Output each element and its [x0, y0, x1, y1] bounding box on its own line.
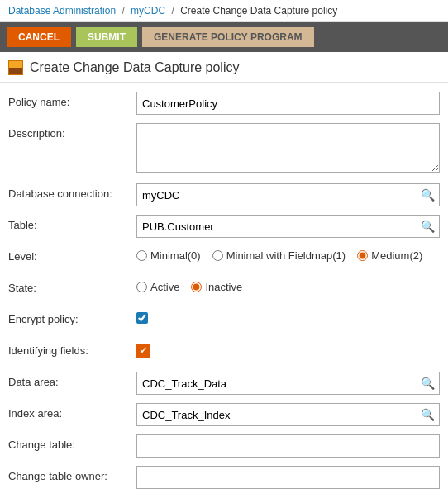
encrypt-row: Encrypt policy: [8, 309, 440, 332]
breadcrumb-current: Create Change Data Capture policy [180, 5, 337, 17]
index-area-label: Index area: [8, 403, 136, 420]
description-input[interactable] [136, 123, 440, 173]
submit-button[interactable]: SUBMIT [76, 27, 137, 47]
table-wrap: 🔍 [136, 215, 440, 238]
state-active[interactable]: Active [136, 281, 179, 293]
data-area-label: Data area: [8, 372, 136, 388]
page-title: Create Change Data Capture policy [30, 60, 239, 75]
change-table-owner-label: Change table owner: [8, 466, 136, 482]
index-area-row: Index area: 🔍 [8, 403, 440, 426]
level-label: Level: [8, 246, 136, 263]
level-medium2-radio[interactable] [357, 250, 368, 261]
breadcrumb-db-admin[interactable]: Database Administration [8, 5, 116, 17]
table-input[interactable] [136, 215, 440, 238]
page-title-bar: Create Change Data Capture policy [0, 52, 448, 83]
level-minimal-fm1[interactable]: Minimal with Fieldmap(1) [212, 249, 346, 262]
identifying-row: Identifying fields: [8, 340, 440, 363]
change-table-row: Change table: [8, 434, 440, 458]
breadcrumb-mycdc[interactable]: myCDC [131, 5, 165, 17]
identifying-checkbox-orange[interactable] [136, 344, 150, 358]
state-inactive[interactable]: Inactive [191, 281, 242, 293]
db-connection-label: Database connection: [8, 183, 136, 200]
level-minimal-fm1-radio[interactable] [212, 250, 223, 261]
policy-name-label: Policy name: [8, 92, 136, 108]
level-minimal0[interactable]: Minimal(0) [136, 249, 201, 262]
state-inactive-radio[interactable] [191, 282, 202, 292]
form-container: Policy name: Description: Database conne… [0, 83, 448, 498]
toolbar: CANCEL SUBMIT GENERATE POLICY PROGRAM [0, 22, 448, 52]
change-table-input[interactable] [136, 434, 440, 458]
change-table-label: Change table: [8, 434, 136, 451]
index-area-search-icon[interactable]: 🔍 [421, 408, 435, 421]
db-connection-search-icon[interactable]: 🔍 [421, 188, 435, 202]
state-row: State: Active Inactive [8, 277, 440, 301]
data-area-search-icon[interactable]: 🔍 [421, 377, 435, 390]
policy-name-row: Policy name: [8, 92, 440, 115]
db-connection-wrap: 🔍 [136, 183, 440, 206]
table-row: Table: 🔍 [8, 215, 440, 238]
level-medium2[interactable]: Medium(2) [357, 249, 422, 262]
state-radio-group: Active Inactive [136, 277, 440, 293]
change-table-owner-row: Change table owner: [8, 466, 440, 489]
table-label: Table: [8, 215, 136, 231]
level-row: Level: Minimal(0) Minimal with Fieldmap(… [8, 246, 440, 269]
page-title-icon [8, 60, 23, 75]
encrypt-checkbox[interactable] [136, 312, 148, 324]
state-label: State: [8, 277, 136, 294]
encrypt-label: Encrypt policy: [8, 309, 136, 325]
index-area-wrap: 🔍 [136, 403, 440, 426]
db-connection-row: Database connection: 🔍 [8, 183, 440, 206]
level-radio-group: Minimal(0) Minimal with Fieldmap(1) Medi… [136, 246, 440, 262]
table-search-icon[interactable]: 🔍 [421, 220, 435, 233]
encrypt-checkbox-wrap[interactable] [136, 309, 440, 324]
index-area-input[interactable] [136, 403, 440, 426]
description-label: Description: [8, 123, 136, 140]
state-active-radio[interactable] [136, 282, 147, 292]
level-minimal0-radio[interactable] [136, 250, 147, 261]
description-row: Description: [8, 123, 440, 175]
cancel-button[interactable]: CANCEL [7, 27, 71, 47]
generate-policy-button[interactable]: GENERATE POLICY PROGRAM [142, 27, 314, 47]
db-connection-input[interactable] [136, 183, 440, 206]
data-area-input[interactable] [136, 372, 440, 395]
breadcrumb: Database Administration / myCDC / Create… [0, 0, 448, 22]
change-table-owner-input[interactable] [136, 466, 440, 489]
data-area-wrap: 🔍 [136, 372, 440, 395]
identifying-label: Identifying fields: [8, 340, 136, 357]
policy-name-input[interactable] [136, 92, 440, 115]
data-area-row: Data area: 🔍 [8, 372, 440, 395]
